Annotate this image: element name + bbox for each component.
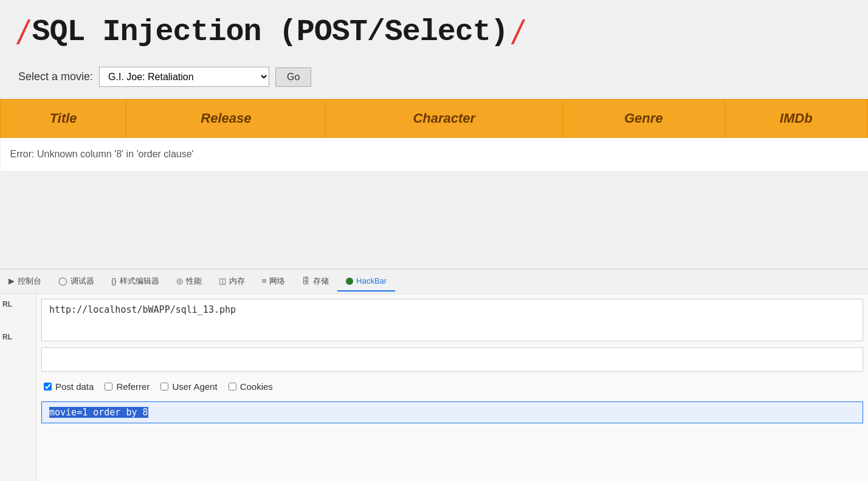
- checkboxes-row: Post data Referrer User Agent Cookies: [41, 378, 863, 395]
- url-input-2[interactable]: [41, 347, 863, 372]
- cookies-label: Cookies: [240, 381, 273, 392]
- devtools-tabs: ▶ 控制台 ◯ 调试器 {} 样式编辑器 ◎ 性能 ◫ 内存 ≡ 网络 🗄 存储: [0, 270, 868, 294]
- select-label: Select a movie:: [18, 70, 93, 83]
- col-title: Title: [1, 100, 126, 138]
- tab-memory[interactable]: ◫ 内存: [210, 271, 253, 293]
- post-data-input[interactable]: movie=1 order by 8: [41, 401, 863, 423]
- cookies-checkbox-item: Cookies: [229, 381, 273, 392]
- referrer-label: Referrer: [116, 381, 150, 392]
- post-data-checkbox[interactable]: [44, 383, 52, 391]
- console-icon: ▶: [9, 276, 15, 285]
- url-input-1[interactable]: http://localhost/bWAPP/sqli_13.php: [41, 299, 863, 341]
- tab-hackbar[interactable]: HackBar: [337, 271, 395, 292]
- slash-right-icon: /: [513, 12, 522, 52]
- tab-network-label: 网络: [269, 276, 285, 287]
- devtools-content: RL RL http://localhost/bWAPP/sqli_13.php…: [0, 294, 868, 481]
- tab-console-label: 控制台: [18, 276, 41, 287]
- network-icon: ≡: [262, 276, 267, 285]
- url-label-2: RL: [2, 333, 33, 341]
- error-message: Error: Unknown column '8' in 'order clau…: [10, 149, 194, 159]
- tab-memory-label: 内存: [229, 276, 245, 287]
- url-label-1: RL: [2, 300, 33, 309]
- tab-debugger-label: 调试器: [71, 276, 94, 287]
- post-data-container: movie=1 order by 8: [41, 401, 863, 426]
- memory-icon: ◫: [219, 276, 226, 285]
- user-agent-checkbox[interactable]: [160, 383, 168, 391]
- storage-icon: 🗄: [302, 276, 310, 285]
- tab-style-label: 样式编辑器: [120, 276, 159, 287]
- debugger-icon: ◯: [58, 276, 67, 285]
- tab-network[interactable]: ≡ 网络: [253, 271, 294, 293]
- table-header: Title Release Character Genre IMDb: [1, 100, 868, 138]
- tab-hackbar-label: HackBar: [356, 276, 387, 285]
- tab-storage-label: 存储: [313, 276, 329, 287]
- tab-style-editor[interactable]: {} 样式编辑器: [103, 271, 168, 293]
- title-text: SQL Injection (POST/Select): [32, 15, 508, 49]
- tab-performance[interactable]: ◎ 性能: [168, 271, 210, 293]
- col-character: Character: [326, 100, 563, 138]
- movie-select[interactable]: G.I. Joe: Retaliation Iron Man The Dark …: [99, 67, 269, 87]
- url-labels: RL RL: [0, 294, 36, 481]
- hackbar-dot-icon: [346, 278, 353, 285]
- go-button[interactable]: Go: [275, 67, 311, 87]
- page-title: / SQL Injection (POST/Select) /: [18, 12, 850, 52]
- col-genre: Genre: [563, 100, 725, 138]
- select-row: Select a movie: G.I. Joe: Retaliation Ir…: [18, 67, 850, 87]
- results-table: Title Release Character Genre IMDb Error…: [0, 99, 868, 171]
- style-icon: {}: [111, 276, 117, 285]
- cookies-checkbox[interactable]: [229, 383, 236, 391]
- tab-storage[interactable]: 🗄 存储: [294, 271, 337, 293]
- post-data-checkbox-item: Post data: [44, 381, 94, 392]
- referrer-checkbox[interactable]: [105, 383, 112, 391]
- col-release: Release: [126, 100, 326, 138]
- tab-performance-label: 性能: [186, 276, 202, 287]
- tab-debugger[interactable]: ◯ 调试器: [50, 271, 103, 293]
- user-agent-checkbox-item: User Agent: [160, 381, 217, 392]
- devtools-panel: ▶ 控制台 ◯ 调试器 {} 样式编辑器 ◎ 性能 ◫ 内存 ≡ 网络 🗄 存储: [0, 268, 868, 481]
- user-agent-label: User Agent: [172, 381, 217, 392]
- post-data-label: Post data: [55, 381, 94, 392]
- hackbar-main: http://localhost/bWAPP/sqli_13.php Post …: [36, 294, 868, 481]
- performance-icon: ◎: [176, 276, 183, 285]
- table-row: Error: Unknown column '8' in 'order clau…: [1, 138, 868, 171]
- slash-left-icon: /: [18, 12, 27, 52]
- col-imdb: IMDb: [725, 100, 868, 138]
- error-cell: Error: Unknown column '8' in 'order clau…: [1, 138, 868, 171]
- tab-console[interactable]: ▶ 控制台: [0, 271, 50, 293]
- referrer-checkbox-item: Referrer: [105, 381, 150, 392]
